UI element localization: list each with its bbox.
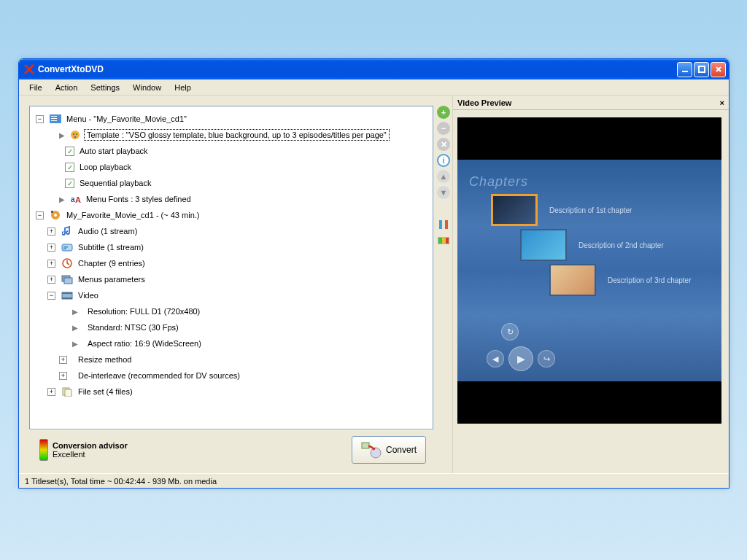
tree-label: Menus parameters <box>76 274 147 284</box>
expand-icon[interactable]: + <box>47 276 55 284</box>
menu-action[interactable]: Action <box>50 82 84 93</box>
status-text: 1 Titleset(s), Total time ~ 00:42:44 - 9… <box>25 477 217 486</box>
collapse-icon[interactable]: − <box>47 292 55 300</box>
tree-node-fonts[interactable]: ▶ aA Menu Fonts : 3 styles defined <box>33 191 430 207</box>
tree-label: Resolution: FULL D1 (720x480) <box>85 306 202 316</box>
menu-help[interactable]: Help <box>169 82 197 93</box>
add-button[interactable]: + <box>437 106 450 119</box>
tree-node-resolution[interactable]: ▶ Resolution: FULL D1 (720x480) <box>33 303 430 319</box>
svg-rect-1 <box>699 66 705 72</box>
fonts-icon: aA <box>69 193 81 205</box>
svg-rect-5 <box>51 120 57 121</box>
next-button[interactable]: ↪ <box>538 350 555 368</box>
tree-node-aspect[interactable]: ▶ Aspect ratio: 16:9 (WideScreen) <box>33 335 430 351</box>
tree-label: File set (4 files) <box>76 386 135 397</box>
menu-settings[interactable]: Settings <box>85 82 125 93</box>
tree-node-sequential[interactable]: ✓ Sequential playback <box>33 175 430 191</box>
tree-node-menus-params[interactable]: + Menus parameters <box>33 271 430 287</box>
expand-icon[interactable]: + <box>59 356 67 364</box>
prev-button[interactable]: ◀ <box>487 350 504 368</box>
gauge-button[interactable] <box>437 234 450 247</box>
dvd-menu-heading: Chapters <box>469 174 710 190</box>
checkbox-checked-icon[interactable]: ✓ <box>65 147 74 156</box>
menu-file[interactable]: File <box>23 82 48 93</box>
tree-label: Template : "VSO glossy template, blue ba… <box>84 129 390 141</box>
tree-node-chapter[interactable]: + Chapter (9 entries) <box>33 255 430 271</box>
checkbox-checked-icon[interactable]: ✓ <box>65 179 74 188</box>
tree-node-menu[interactable]: − Menu - "My_Favorite_Movie_cd1" <box>33 111 430 127</box>
app-window: ConvertXtoDVD File Action Settings Windo… <box>18 58 729 489</box>
info-button[interactable]: i <box>437 154 450 167</box>
expand-icon[interactable]: + <box>59 372 67 380</box>
tree-label: Sequential playback <box>77 178 153 188</box>
preview-header: Video Preview × <box>453 96 729 110</box>
chapter-item[interactable]: Description of 3rd chapter <box>549 264 710 296</box>
chapter-description: Description of 3rd chapter <box>608 276 692 284</box>
remove-button[interactable]: − <box>437 122 450 135</box>
tree-label: Audio (1 stream) <box>76 226 139 236</box>
tree-node-video[interactable]: − Video <box>33 287 430 303</box>
expand-icon[interactable]: + <box>47 244 55 252</box>
svg-rect-14 <box>51 211 53 213</box>
arrow-icon: ▶ <box>72 324 78 332</box>
minimize-button[interactable] <box>677 62 692 77</box>
expand-icon[interactable]: + <box>47 260 55 268</box>
preview-close-button[interactable]: × <box>720 98 724 107</box>
expand-icon[interactable]: + <box>47 228 55 236</box>
tree-node-resize[interactable]: + Resize method <box>33 351 430 368</box>
audio-icon <box>61 225 73 237</box>
convert-button[interactable]: Convert <box>352 436 426 464</box>
traffic-light-icon <box>39 439 48 461</box>
tree-node-template[interactable]: ▶ Template : "VSO glossy template, blue … <box>33 127 430 143</box>
movie-icon <box>50 209 61 221</box>
expand-icon[interactable]: + <box>47 388 55 396</box>
menu-window[interactable]: Window <box>127 82 167 93</box>
tree-node-loop[interactable]: ✓ Loop playback <box>33 159 430 175</box>
tools-button[interactable] <box>437 218 450 231</box>
delete-button[interactable]: ✕ <box>437 138 450 151</box>
svg-rect-0 <box>682 71 688 72</box>
checkbox-checked-icon[interactable]: ✓ <box>65 163 74 172</box>
svg-rect-23 <box>62 298 72 299</box>
play-button[interactable]: ▶ <box>508 346 533 371</box>
tree-node-autostart[interactable]: ✓ Auto start playback <box>33 143 430 159</box>
tree-label: My_Favorite_Movie_cd1 - (~ 43 min.) <box>64 210 201 220</box>
arrow-icon: ▶ <box>72 308 78 316</box>
tree-node-audio[interactable]: + Audio (1 stream) <box>33 223 430 239</box>
tree-node-deinterleave[interactable]: + De-interleave (recommended for DV sour… <box>33 368 430 384</box>
tree-node-movie[interactable]: − My_Favorite_Movie_cd1 - (~ 43 min.) <box>33 207 430 223</box>
chapter-thumbnail <box>520 229 567 261</box>
tree-node-fileset[interactable]: + File set (4 files) <box>33 384 430 400</box>
tree-label: Menu Fonts : 3 styles defined <box>84 194 193 204</box>
svg-point-27 <box>371 448 381 458</box>
collapse-icon[interactable]: − <box>36 211 44 219</box>
svg-rect-4 <box>51 118 57 119</box>
maximize-button[interactable] <box>694 62 709 77</box>
convert-label: Convert <box>386 445 417 455</box>
tree-label: Resize method <box>76 354 133 365</box>
chapter-item[interactable]: Description of 2nd chapter <box>520 229 710 261</box>
chapter-thumbnail <box>549 264 596 296</box>
tree-node-standard[interactable]: ▶ Standard: NTSC (30 Fps) <box>33 319 430 335</box>
menubar: File Action Settings Window Help <box>19 79 729 96</box>
svg-point-8 <box>76 133 77 135</box>
refresh-button[interactable]: ↻ <box>501 323 519 341</box>
svg-rect-26 <box>362 443 369 448</box>
tree-node-subtitle[interactable]: + Subtitle (1 stream) <box>33 239 430 255</box>
tree-label: Subtitle (1 stream) <box>76 242 146 252</box>
collapse-icon[interactable]: − <box>36 115 44 123</box>
video-preview[interactable]: Chapters Description of 1st chapter Desc… <box>457 117 721 424</box>
arrow-icon: ▶ <box>59 131 65 139</box>
chapter-icon <box>61 257 73 269</box>
chapter-item[interactable]: Description of 1st chapter <box>491 194 710 226</box>
move-down-button[interactable]: ▼ <box>437 186 450 199</box>
titlebar[interactable]: ConvertXtoDVD <box>19 59 729 79</box>
subtitle-icon <box>61 241 73 253</box>
statusbar: 1 Titleset(s), Total time ~ 00:42:44 - 9… <box>19 473 729 488</box>
move-up-button[interactable]: ▲ <box>437 170 450 183</box>
svg-rect-31 <box>438 238 442 244</box>
project-tree[interactable]: − Menu - "My_Favorite_Movie_cd1" ▶ Templ… <box>29 106 433 429</box>
close-button[interactable] <box>711 62 726 77</box>
tree-label: Video <box>76 290 101 300</box>
template-icon <box>69 129 81 141</box>
